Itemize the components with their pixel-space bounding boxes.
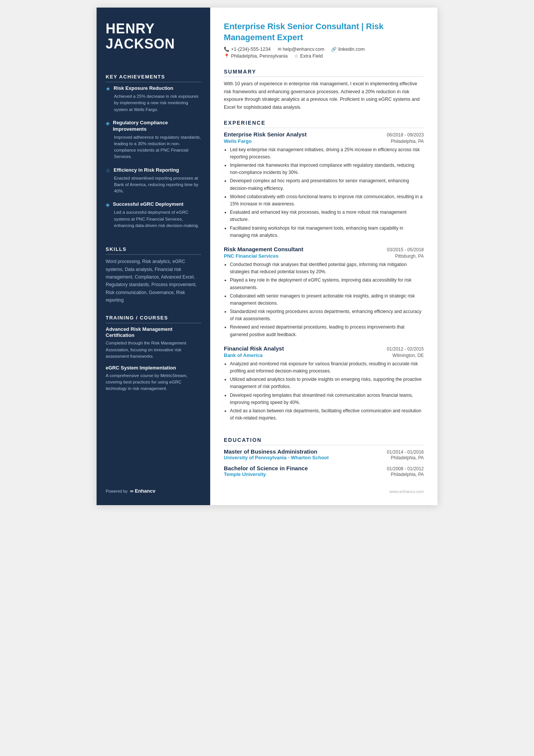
candidate-name: HENRY JACKSON (106, 21, 201, 51)
extra-icon: ☆ (294, 53, 298, 59)
exp-bullet: Acted as a liaison between risk departme… (230, 407, 424, 422)
exp-bullet: Standardized risk reporting procedures a… (230, 308, 424, 322)
exp-job-title: Risk Management Consultant (224, 246, 303, 252)
exp-bullet: Developed complex ad hoc reports and pre… (230, 177, 424, 192)
achievement-item: ◈ Successful eGRC Deployment Led a succe… (106, 201, 201, 229)
main-title: Enterprise Risk Senior Consultant | Risk… (224, 21, 424, 43)
exp-location: Wilmington, DE (392, 353, 424, 358)
resume-container: HENRY JACKSON KEY ACHIEVEMENTS ★ Risk Ex… (97, 8, 437, 505)
skills-text: Word processing, Risk analytics, eGRC sy… (106, 258, 201, 304)
achievement-desc: Achieved a 25% decrease in risk exposure… (106, 93, 201, 113)
experience-list: Enterprise Risk Senior Analyst 06/2018 -… (224, 131, 424, 429)
edu-degree: Bachelor of Science in Finance (224, 465, 308, 471)
contact-phone: 📞 +1-(234)-555-1234 (224, 47, 271, 52)
edu-school: Temple University (224, 471, 266, 477)
exp-dates: 03/2015 - 05/2018 (387, 247, 424, 252)
extra-value: Extra Field (300, 53, 323, 59)
footer-url: www.enhancv.com (389, 489, 424, 494)
experience-entry: Risk Management Consultant 03/2015 - 05/… (224, 246, 424, 338)
exp-bullet: Facilitated training workshops for risk … (230, 225, 424, 239)
course-desc: Completed through the Risk Management As… (106, 340, 201, 360)
experience-section-title: EXPERIENCE (224, 120, 424, 128)
achievement-title: Regulatory Compliance Improvements (113, 120, 201, 133)
edu-location: Philadelphia, PA (391, 455, 424, 460)
achievement-title: Risk Exposure Reduction (114, 85, 173, 92)
phone-icon: 📞 (224, 47, 230, 52)
achievement-item: ☆ Efficiency in Risk Reporting Enacted s… (106, 167, 201, 195)
contact-email: ✉ help@enhancv.com (278, 47, 325, 52)
contact-location: 📍 Philadelphia, Pennsylvania (224, 53, 287, 59)
achievement-icon: ★ (106, 86, 111, 92)
edu-degree: Master of Business Administration (224, 448, 317, 455)
course-item: Advanced Risk Management Certification C… (106, 326, 201, 360)
brand-logo: ∞ Enhancv (130, 488, 155, 494)
contact-extra: ☆ Extra Field (294, 53, 323, 59)
exp-bullet: Implemented risk frameworks that improve… (230, 162, 424, 176)
exp-bullet: Conducted thorough risk analyses that id… (230, 261, 424, 275)
exp-dates: 01/2012 - 02/2015 (387, 346, 424, 352)
education-section-title: EDUCATION (224, 437, 424, 445)
contact-row-2: 📍 Philadelphia, Pennsylvania ☆ Extra Fie… (224, 53, 424, 59)
course-title: Advanced Risk Management Certification (106, 326, 201, 339)
linkedin-icon: 🔗 (331, 47, 337, 52)
exp-company: Wells Fargo (224, 138, 251, 144)
skills-section-title: SKILLS (106, 246, 201, 255)
achievement-icon: ☆ (106, 167, 111, 174)
education-list: Master of Business Administration 01/201… (224, 448, 424, 482)
sidebar: HENRY JACKSON KEY ACHIEVEMENTS ★ Risk Ex… (97, 8, 210, 505)
exp-bullet: Utilized advanced analytics tools to pro… (230, 376, 424, 390)
education-entry: Master of Business Administration 01/201… (224, 448, 424, 460)
exp-bullet: Collaborated with senior managers to pre… (230, 293, 424, 307)
edu-school: University of Pennsylvania - Wharton Sch… (224, 455, 329, 460)
achievement-title: Efficiency in Risk Reporting (114, 167, 179, 174)
name-line2: JACKSON (106, 36, 175, 52)
location-value: Philadelphia, Pennsylvania (231, 53, 287, 59)
powered-by-label: Powered by (106, 489, 128, 493)
exp-bullet: Led key enterprise risk management initi… (230, 146, 424, 161)
experience-entry: Enterprise Risk Senior Analyst 06/2018 -… (224, 131, 424, 239)
achievement-icon: ◈ (106, 202, 110, 208)
exp-job-title: Financial Risk Analyst (224, 345, 284, 352)
exp-bullets: Led key enterprise risk management initi… (224, 146, 424, 239)
achievements-list: ★ Risk Exposure Reduction Achieved a 25%… (106, 85, 201, 236)
edu-dates: 01/2014 - 01/2016 (387, 449, 424, 455)
achievement-item: ★ Risk Exposure Reduction Achieved a 25%… (106, 85, 201, 113)
exp-bullet: Analyzed and monitored risk exposure for… (230, 360, 424, 375)
achievement-item: ◈ Regulatory Compliance Improvements Imp… (106, 120, 201, 160)
exp-company: PNC Financial Services (224, 253, 279, 259)
summary-text: With 10 years of experience in enterpris… (224, 80, 424, 111)
achievement-desc: Improved adherence to regulatory standar… (106, 134, 201, 160)
exp-bullet: Evaluated and enhanced key risk processe… (230, 209, 424, 223)
experience-entry: Financial Risk Analyst 01/2012 - 02/2015… (224, 345, 424, 422)
location-icon: 📍 (224, 53, 230, 59)
exp-location: Pittsburgh, PA (395, 254, 424, 259)
exp-company: Bank of America (224, 352, 262, 358)
courses-list: Advanced Risk Management Certification C… (106, 326, 201, 398)
edu-location: Philadelphia, PA (391, 472, 424, 477)
sidebar-footer: Powered by ∞ Enhancv (106, 481, 201, 494)
contact-linkedin: 🔗 linkedin.com (331, 47, 364, 52)
course-item: eGRC System Implementation A comprehensi… (106, 365, 201, 392)
exp-location: Philadelphia, PA (391, 139, 424, 144)
exp-bullet: Developed reporting templates that strea… (230, 392, 424, 406)
course-desc: A comprehensive course by MetricStream, … (106, 373, 201, 392)
course-title: eGRC System Implementation (106, 365, 201, 371)
achievement-icon: ◈ (106, 120, 110, 126)
education-entry: Bachelor of Science in Finance 01/2008 -… (224, 465, 424, 477)
exp-bullet: Played a key role in the deployment of e… (230, 277, 424, 291)
email-icon: ✉ (278, 47, 281, 52)
achievement-desc: Enacted streamlined reporting processes … (106, 175, 201, 195)
exp-bullet: Reviewed and revised departmental proced… (230, 324, 424, 338)
main-footer: www.enhancv.com (224, 482, 424, 494)
linkedin-value: linkedin.com (338, 47, 364, 52)
exp-bullet: Worked collaboratively with cross-functi… (230, 193, 424, 208)
summary-section-title: SUMMARY (224, 69, 424, 77)
edu-dates: 01/2008 - 01/2012 (387, 466, 424, 471)
exp-bullets: Conducted thorough risk analyses that id… (224, 261, 424, 338)
training-section-title: TRAINING / COURSES (106, 315, 201, 323)
exp-bullets: Analyzed and monitored risk exposure for… (224, 360, 424, 422)
main-content: Enterprise Risk Senior Consultant | Risk… (210, 8, 437, 505)
name-line1: HENRY (106, 21, 155, 36)
phone-value: +1-(234)-555-1234 (231, 47, 271, 52)
achievements-section-title: KEY ACHIEVEMENTS (106, 74, 201, 82)
